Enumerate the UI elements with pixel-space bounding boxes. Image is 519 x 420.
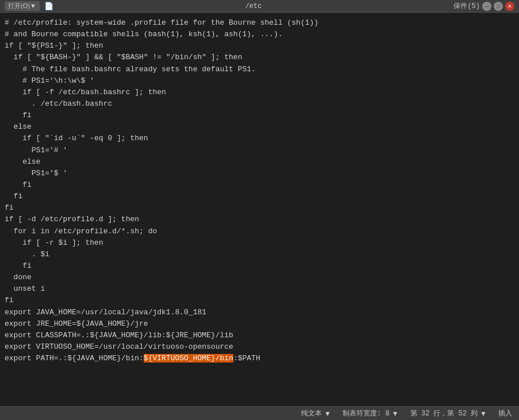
code-line: if [ "${PS1-}" ]; then [5,40,517,52]
code-line: # /etc/profile: system-wide .profile fil… [5,17,517,29]
code-line: PS1='# ' [5,145,517,156]
code-line: # and Bourne compatible shells (bash(1),… [5,29,517,40]
tab-width-item: 制表符宽度: 8 ▼ [343,409,399,418]
position-dropdown[interactable]: ▼ [480,410,487,418]
tab-width-label: 制表符宽度: 8 [343,409,390,418]
insert-mode-item: 插入 [498,409,512,418]
title-bar-right: 保件(5) — □ ✕ [453,1,514,11]
code-line: export PATH=.:${JAVA_HOME}/bin:${VIRTUOS… [5,353,517,364]
code-line: if [ "${BASH-}" ] && [ "$BASH" != "/bin/… [5,52,517,63]
tab-width-dropdown[interactable]: ▼ [392,410,399,418]
close-button[interactable]: ✕ [505,2,514,11]
highlighted-text: ${VIRTUOSO_HOME}/bin [144,354,233,363]
window-title: /etc [245,2,262,10]
code-line: . /etc/bash.bashrc [5,98,517,110]
code-line: . $i [5,249,517,260]
editor-area[interactable]: # /etc/profile: system-wide .profile fil… [0,13,519,406]
code-line: fi [5,191,517,202]
code-line: fi [5,110,517,121]
code-line: else [5,156,517,168]
status-bar: 纯文本 ▼ 制表符宽度: 8 ▼ 第 32 行，第 52 列 ▼ 插入 [0,406,519,420]
code-line: unset i [5,283,517,295]
code-line: for i in /etc/profile.d/*.sh; do [5,226,517,237]
code-line: fi [5,260,517,272]
code-line: if [ "`id -u`" -eq 0 ]; then [5,133,517,144]
open-button[interactable]: 打开(O)▼ [5,1,40,11]
file-icon: 📄 [44,2,53,11]
code-line: fi [5,202,517,214]
position-item: 第 32 行，第 52 列 ▼ [410,409,487,418]
code-line: else [5,121,517,133]
save-count-label: 保件(5) [453,1,480,11]
minimize-button[interactable]: — [482,2,491,11]
position-label: 第 32 行，第 52 列 [410,409,478,418]
code-line: PS1='$ ' [5,168,517,179]
code-block: # /etc/profile: system-wide .profile fil… [5,17,517,364]
code-line: export CLASSPATH=.:${JAVA_HOME}/lib:${JR… [5,330,517,341]
code-line: export VIRTUOSO_HOME=/usr/local/virtuoso… [5,341,517,353]
code-line: export JAVA_HOME=/usr/local/java/jdk1.8.… [5,307,517,318]
text-type-label: 纯文本 [301,409,322,418]
code-line: # PS1='\h:\w\$ ' [5,75,517,87]
text-type-dropdown[interactable]: ▼ [324,410,331,418]
code-line: if [ -r $i ]; then [5,237,517,249]
maximize-button[interactable]: □ [494,2,503,11]
code-line: done [5,272,517,283]
title-bar-left: 打开(O)▼ 📄 [5,1,53,11]
text-type-item: 纯文本 ▼ [301,409,331,418]
code-line: if [ -d /etc/profile.d ]; then [5,214,517,225]
code-line: if [ -f /etc/bash.bashrc ]; then [5,87,517,98]
code-line: # The file bash.bashrc already sets the … [5,64,517,75]
code-line: fi [5,295,517,306]
insert-mode-label: 插入 [498,409,512,418]
code-line: export JRE_HOME=${JAVA_HOME}/jre [5,318,517,330]
code-line: fi [5,179,517,191]
title-bar: 打开(O)▼ 📄 /etc 保件(5) — □ ✕ [0,0,519,13]
